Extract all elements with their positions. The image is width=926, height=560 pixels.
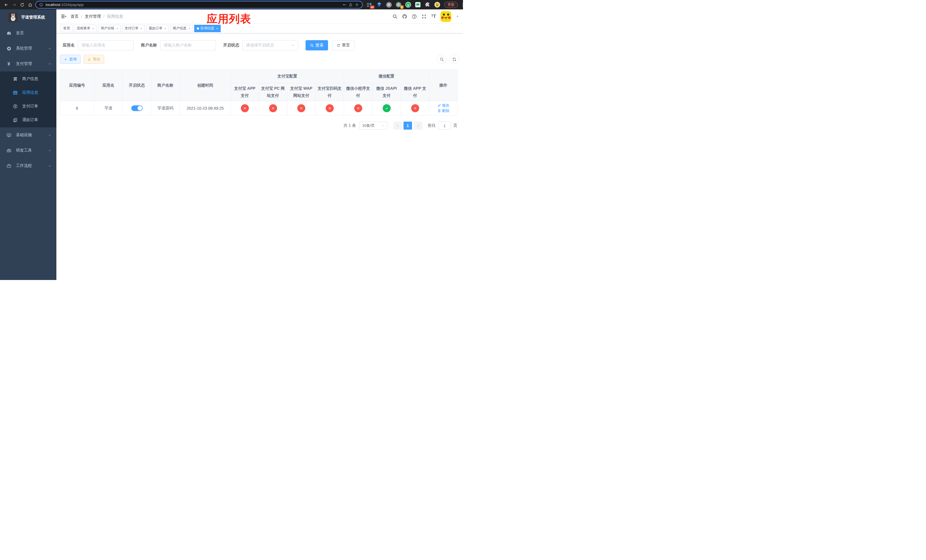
bookmark-star-icon[interactable] — [355, 3, 359, 6]
navbar-actions: TT — [392, 11, 463, 22]
browser-forward-icon[interactable] — [10, 1, 18, 9]
enabled-toggle[interactable] — [131, 105, 143, 111]
table-tools — [437, 54, 460, 64]
sidebar-item-label: 支付管理 — [16, 61, 32, 67]
extension-y-icon[interactable]: y — [405, 2, 411, 8]
sidebar-item-refund-order[interactable]: 退款订单 — [0, 113, 56, 127]
header-search-icon[interactable] — [392, 14, 398, 19]
toggle-search-button[interactable] — [437, 54, 446, 64]
share-icon[interactable] — [349, 3, 353, 6]
table-row: 6芋道芋道源码2021-10-23 08:49:25修改删除 — [60, 101, 458, 115]
extension-chat-icon[interactable] — [415, 2, 421, 8]
reset-button[interactable]: 重置 — [332, 40, 354, 50]
status-enabled-icon — [383, 104, 391, 112]
close-tab-icon[interactable]: × — [92, 27, 94, 30]
extension-gem-icon[interactable] — [376, 2, 382, 8]
merchant-name-input[interactable]: 请输入商户名称 — [160, 40, 216, 50]
cell-channel-status — [372, 101, 401, 115]
tags-view-bar: 首页流程表单×用户分组×支付订单×退款订单×商户信息×应用信息× — [56, 24, 463, 33]
extension-recorder-icon[interactable]: 1 — [395, 2, 401, 8]
user-avatar[interactable] — [440, 11, 451, 22]
sidebar-item-system[interactable]: 系统管理 — [0, 41, 56, 56]
edit-link[interactable]: 修改 — [437, 103, 449, 108]
delete-link[interactable]: 删除 — [437, 108, 449, 114]
close-tab-icon[interactable]: × — [141, 27, 142, 30]
site-info-icon[interactable] — [39, 3, 43, 6]
yen-icon: ¥ — [6, 62, 12, 67]
tab-user-group[interactable]: 用户分组× — [98, 25, 121, 32]
export-button[interactable]: 导出 — [83, 55, 104, 64]
browser-back-icon[interactable] — [2, 1, 10, 9]
column-header: 开启状态 — [123, 70, 151, 101]
status-disabled-icon — [269, 104, 277, 112]
cell-actions: 修改删除 — [430, 101, 458, 115]
status-disabled-icon — [354, 104, 362, 112]
browser-reload-icon[interactable] — [18, 1, 26, 9]
tab-pay-order[interactable]: 支付订单× — [122, 25, 145, 32]
extension-grid-diamond-icon[interactable]: 10 — [366, 2, 372, 8]
sidebar-item-home[interactable]: 首页 — [0, 25, 56, 41]
search-button[interactable]: 搜索 — [306, 40, 328, 50]
fullscreen-icon[interactable] — [421, 14, 427, 19]
github-icon[interactable] — [402, 14, 407, 19]
refresh-button[interactable] — [449, 54, 459, 64]
help-icon[interactable] — [412, 14, 417, 19]
sidebar-item-merchant-info[interactable]: 商户信息 — [0, 72, 56, 86]
prev-page-button[interactable] — [393, 122, 402, 130]
close-tab-icon[interactable]: × — [216, 27, 218, 30]
password-key-icon[interactable] — [342, 3, 346, 6]
cell-app-id: 6 — [60, 101, 94, 115]
profile-avatar-icon[interactable] — [434, 2, 440, 8]
add-button[interactable]: 新增 — [60, 55, 80, 64]
sidebar-item-infrastructure[interactable]: 基础设施 — [0, 127, 56, 143]
chrome-update-button[interactable]: 更新 — [444, 2, 458, 8]
breadcrumb-separator: / — [81, 14, 82, 19]
breadcrumb-item[interactable]: 首页 — [71, 14, 79, 19]
close-tab-icon[interactable]: × — [164, 27, 166, 30]
goto-page: 前往 页 — [428, 122, 457, 130]
close-tab-icon[interactable]: × — [116, 27, 118, 30]
tab-merchant-info[interactable]: 商户信息× — [170, 25, 193, 32]
status-select[interactable]: 请选择开启状态 — [242, 40, 298, 50]
hamburger-icon[interactable] — [56, 9, 71, 23]
cell-app-name: 芋道 — [94, 101, 123, 115]
browser-menu-icon[interactable]: ⋮ — [461, 2, 463, 8]
sidebar-item-pay-order[interactable]: 支付订单 — [0, 100, 56, 113]
filter-merchant-label: 商户名称 — [141, 43, 157, 48]
shop-icon — [12, 77, 18, 82]
sidebar-item-workflow[interactable]: 工作流程 — [0, 158, 56, 174]
tab-label: 商户信息 — [173, 26, 186, 31]
page-number-button[interactable]: 1 — [404, 122, 412, 130]
refund-icon — [12, 118, 18, 123]
sidebar-item-payment[interactable]: ¥支付管理 — [0, 56, 56, 71]
tab-label: 流程表单 — [77, 26, 90, 31]
tab-home[interactable]: 首页 — [61, 25, 73, 32]
sidebar-item-app-info[interactable]: 应用信息 — [0, 86, 56, 100]
page-annotation-title: 应用列表 — [207, 12, 251, 26]
app-name-input[interactable]: 请输入应用名 — [78, 40, 133, 50]
sidebar-item-label: 工作流程 — [16, 163, 32, 168]
url-bar[interactable]: localhost:1024/pay/app — [35, 1, 363, 9]
sidebar-item-dev-tools[interactable]: 研发工具 — [0, 143, 56, 158]
tab-label: 退款订单 — [149, 26, 162, 31]
extension-command-icon[interactable]: ⌘ — [386, 2, 392, 8]
active-tab-dot — [197, 27, 199, 30]
goto-page-input[interactable] — [438, 122, 451, 130]
extensions-puzzle-icon[interactable] — [425, 2, 431, 8]
extension-badge: 10 — [370, 5, 374, 9]
browser-home-icon[interactable] — [26, 1, 34, 9]
channel-column-header: 支付宝 PC 网站支付 — [259, 83, 287, 101]
gear-icon — [6, 46, 12, 51]
browser-extensions: 10 ⌘ 1 y — [366, 2, 440, 8]
close-tab-icon[interactable]: × — [189, 27, 190, 30]
page-size-select[interactable]: 10条/页 — [359, 122, 387, 130]
tab-refund-order[interactable]: 退款订单× — [146, 25, 169, 32]
tab-process-form[interactable]: 流程表单× — [74, 25, 97, 32]
breadcrumb-item[interactable]: 支付管理 — [85, 14, 101, 19]
logo-image — [9, 13, 18, 22]
next-page-button[interactable] — [414, 122, 422, 130]
app-logo[interactable]: 芋道管理系统 — [0, 9, 56, 25]
user-menu-caret-icon[interactable] — [456, 15, 459, 18]
font-size-icon[interactable]: TT — [431, 14, 436, 19]
chevron-down-icon — [381, 124, 384, 127]
